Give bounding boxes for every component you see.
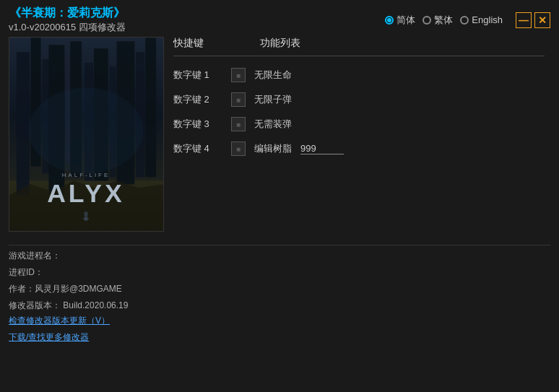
version-line: 修改器版本： Build.2020.06.19 [9, 300, 550, 312]
radio-traditional [422, 16, 431, 25]
key-label-4: 数字键 4 [173, 142, 231, 155]
download-link-line: 下载/查找更多修改器 [9, 330, 550, 344]
svg-point-20 [84, 212, 88, 216]
close-button[interactable]: ✕ [534, 12, 550, 28]
key-label-3: 数字键 3 [173, 118, 231, 131]
svg-rect-19 [84, 215, 87, 221]
cheat-row: 数字键 4 ■ 编辑树脂 [173, 141, 545, 156]
cheat-row: 数字键 1 ■ 无限生命 [173, 68, 545, 82]
game-image: HALF-LIFE ALYX [9, 37, 164, 232]
svg-rect-13 [145, 38, 156, 177]
language-controls: 简体 繁体 English — ✕ [385, 12, 550, 28]
key-label-2: 数字键 2 [173, 93, 231, 106]
process-name-line: 游戏进程名： [9, 250, 550, 262]
process-label: 游戏进程名： [9, 250, 61, 262]
author-line: 作者：风灵月影@3DMGAME [9, 283, 550, 295]
cheat-name-4: 编辑树脂 [254, 142, 292, 155]
lang-simplified-label: 简体 [396, 14, 415, 27]
svg-point-14 [29, 88, 144, 174]
lang-traditional-label: 繁体 [434, 14, 453, 27]
left-panel: HALF-LIFE ALYX [9, 37, 168, 232]
radio-simplified [385, 16, 394, 25]
right-panel: 快捷键 功能列表 数字键 1 ■ 无限生命 数字键 2 ■ 无限子弹 数字键 3… [168, 37, 550, 232]
title-bar: 《半衰期：爱莉克斯》 v1.0-v20200615 四项修改器 简体 繁体 En… [0, 0, 559, 37]
download-link[interactable]: 下载/查找更多修改器 [9, 332, 89, 342]
version-label: 修改器版本： [9, 300, 61, 310]
check-update-link[interactable]: 检查修改器版本更新（V） [9, 315, 110, 326]
minimize-button[interactable]: — [516, 12, 532, 28]
lang-english[interactable]: English [460, 14, 503, 25]
resin-value-input[interactable] [300, 143, 344, 154]
divider-1 [9, 245, 550, 245]
hotkey-header: 快捷键 [173, 37, 260, 50]
lang-english-label: English [472, 14, 503, 25]
cheat-name-1: 无限生命 [254, 69, 292, 82]
cheat-checkbox-4[interactable]: ■ [231, 141, 246, 156]
cheat-name-2: 无限子弹 [254, 93, 292, 106]
svg-text:HALF-LIFE: HALF-LIFE [62, 172, 110, 178]
title-left: 《半衰期：爱莉克斯》 v1.0-v20200615 四项修改器 [9, 6, 126, 34]
main-content: HALF-LIFE ALYX 快捷键 功能列表 数字键 1 ■ 无限生命 [0, 37, 559, 232]
column-headers: 快捷键 功能列表 [173, 37, 545, 56]
lang-traditional[interactable]: 繁体 [422, 14, 453, 27]
app-title: 《半衰期：爱莉克斯》 [9, 6, 125, 21]
radio-english [460, 16, 469, 25]
check-update-line: 检查修改器版本更新（V） [9, 313, 550, 327]
bottom-panel: 游戏进程名： 进程ID： 作者：风灵月影@3DMGAME 修改器版本： Buil… [0, 235, 559, 349]
cheat-checkbox-1[interactable]: ■ [231, 68, 246, 82]
app-subtitle: v1.0-v20200615 四项修改器 [9, 21, 126, 34]
cheat-row: 数字键 3 ■ 无需装弹 [173, 117, 545, 131]
cheat-row: 数字键 2 ■ 无限子弹 [173, 92, 545, 107]
pid-line: 进程ID： [9, 266, 550, 279]
window-controls: — ✕ [516, 12, 550, 28]
author-text: 作者：风灵月影@3DMGAME [9, 284, 122, 294]
pid-label: 进程ID： [9, 266, 43, 279]
lang-simplified[interactable]: 简体 [385, 14, 415, 27]
cheat-checkbox-3[interactable]: ■ [231, 117, 246, 131]
cheat-checkbox-2[interactable]: ■ [231, 92, 246, 107]
cheat-name-3: 无需装弹 [254, 118, 292, 131]
version-value: Build.2020.06.19 [63, 300, 128, 310]
svg-text:ALYX: ALYX [47, 179, 125, 208]
function-header: 功能列表 [260, 37, 300, 50]
key-label-1: 数字键 1 [173, 69, 231, 82]
svg-rect-2 [17, 52, 30, 195]
